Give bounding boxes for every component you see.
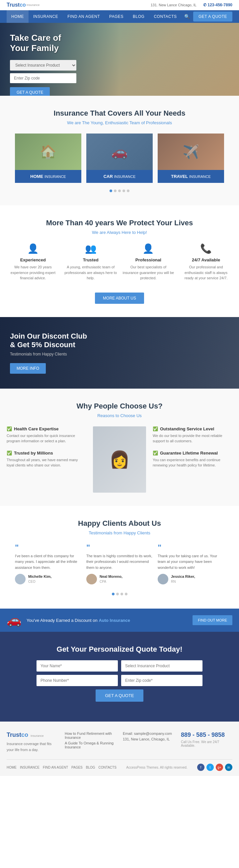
footer-nav-pages[interactable]: PAGES — [71, 766, 83, 769]
phone: ✆ 123-456-7890 — [203, 3, 232, 7]
available-icon: 📞 — [180, 243, 232, 254]
travel-label-strong: TRAVEL — [171, 174, 188, 179]
why-subtitle: Reasons to Choose Us — [7, 413, 232, 418]
avatar-info-2: Jessica Riker, RN — [171, 575, 195, 584]
insurance-section: Insurance That Covers All Your Needs We … — [0, 96, 239, 206]
logo-co: co — [20, 2, 26, 8]
linkedin-icon[interactable]: in — [225, 764, 232, 771]
insurance-card-car[interactable]: 🚗 CAR Insurance — [86, 133, 153, 183]
hero-quote-button[interactable]: GET A QUOTE — [10, 87, 50, 96]
why-trusted-title: ✅ Trusted by Millions — [7, 451, 86, 456]
footer-nav-find-agent[interactable]: FIND AN AGENT — [43, 766, 68, 769]
trusted-desc: A young, enthusiastic team of profession… — [64, 265, 117, 281]
insurance-card-travel[interactable]: ✈️ TRAVEL Insurance — [158, 133, 224, 183]
avatar-info-1: Neal Moreno, CPA — [100, 575, 123, 584]
discount-subtitle: Testimonials from Happy Clients — [10, 352, 229, 356]
footer-nav-blog[interactable]: BLOG — [86, 766, 95, 769]
footer-logo-ins: Insurance — [30, 734, 44, 738]
facebook-icon[interactable]: f — [197, 764, 205, 771]
avatar-1 — [86, 574, 97, 584]
address: 131. New Lance Chicago, IL — [151, 3, 196, 7]
quote-phone-input[interactable] — [36, 675, 118, 686]
quote-product-input[interactable] — [121, 660, 203, 672]
avatar-name-0: Michelle Kim, — [28, 575, 51, 579]
nav-quote-button[interactable]: GET A QUOTE — [193, 11, 232, 22]
hero-title: Take Care ofYour Family — [10, 33, 229, 53]
insurance-subtitle: We are The Young, Enthusiastic Team of P… — [7, 120, 232, 125]
top-bar: Trustco Insurance 131. New Lance Chicago… — [0, 0, 239, 10]
logo-insurance: Insurance — [27, 3, 40, 7]
travel-insurance-label: TRAVEL Insurance — [158, 170, 224, 183]
insurance-card-home[interactable]: 🏠 HOME Insurance — [15, 133, 81, 183]
top-bar-right: 131. New Lance Chicago, IL ✆ 123-456-789… — [151, 3, 232, 7]
tdot-4[interactable] — [125, 593, 128, 595]
footer-email: Email: sample@company.com — [123, 732, 174, 736]
find-out-button[interactable]: FIND OUT MORE — [192, 615, 232, 625]
nav-home[interactable]: HOME — [7, 10, 29, 23]
footer-link-1[interactable]: How to Fund Retirement with Insurance — [65, 732, 116, 740]
tdot-3[interactable] — [121, 593, 123, 595]
trust-trusted: 👥 Trusted A young, enthusiastic team of … — [64, 243, 117, 281]
avatar-0 — [15, 574, 26, 584]
avatar-name-1: Neal Moreno, — [100, 575, 123, 579]
zip-code-input[interactable] — [10, 73, 76, 83]
quote-name-input[interactable] — [36, 660, 118, 672]
email-value: sample@company.com — [134, 732, 172, 736]
car-insurance-image: 🚗 — [86, 133, 153, 170]
why-outstanding-icon: ✅ — [153, 426, 158, 431]
nav-find-agent[interactable]: FIND AN AGENT — [63, 10, 105, 23]
footer-nav-contacts[interactable]: CONTACTS — [99, 766, 116, 769]
more-about-button[interactable]: MORE ABOUT US — [95, 292, 144, 304]
footer-logo: Trustco Insurance — [7, 732, 58, 739]
car-icon: 🚗 — [7, 613, 22, 627]
google-plus-icon[interactable]: g+ — [216, 764, 223, 771]
nav-blog[interactable]: BLOG — [128, 10, 149, 23]
car-label-type: Insurance — [114, 175, 136, 179]
footer-about-col: Trustco Insurance Insurance coverage tha… — [7, 732, 58, 753]
footer-nav-insurance[interactable]: INSURANCE — [20, 766, 39, 769]
car-label-strong: CAR — [104, 174, 113, 179]
why-trusted-desc: Throughout all years, we have earned man… — [7, 457, 86, 468]
nav-pages[interactable]: PAGES — [105, 10, 128, 23]
avatar-role-2: RN — [171, 580, 176, 583]
dot-3[interactable] — [118, 189, 121, 192]
quote-form: GET A QUOTE — [36, 660, 203, 702]
twitter-icon[interactable]: t — [207, 764, 214, 771]
nav-contacts[interactable]: CONTACTS — [149, 10, 181, 23]
footer-desc: Insurance coverage that fits your life f… — [7, 741, 58, 753]
testimonial-avatar-0: Michelle Kim, CEO — [15, 574, 81, 584]
auto-text-link[interactable]: Auto Insurance — [99, 618, 130, 623]
footer-phone-sub: Call Us Free. We are 24/7 Available. — [181, 740, 232, 747]
search-icon[interactable]: 🔍 — [184, 14, 190, 19]
quote-title: Get Your Personalized Quote Today! — [7, 645, 232, 654]
logo-trust: Trust — [7, 2, 20, 8]
quote-submit-button[interactable]: GET A QUOTE — [96, 689, 143, 702]
experienced-desc: We have over 20 years experience providi… — [7, 265, 59, 281]
carousel-dots — [7, 189, 232, 192]
why-guarantee-title: ✅ Guarantee Lifetime Renewal — [153, 451, 232, 456]
nav-insurance[interactable]: INSURANCE — [29, 10, 63, 23]
dot-1[interactable] — [109, 189, 112, 192]
why-section: Why People Choose Us? Reasons to Choose … — [0, 389, 239, 506]
travel-label-type: Insurance — [189, 175, 211, 179]
footer-copyright: AccessPress Themes. All rights reserved. — [126, 766, 187, 769]
insurance-product-select[interactable]: Select Insurance Product — [10, 60, 76, 70]
why-outstanding-title: ✅ Outstanding Service Level — [153, 426, 232, 431]
more-info-button[interactable]: MORE INFO — [10, 363, 46, 374]
footer-nav-home[interactable]: HOME — [7, 766, 17, 769]
experienced-icon: 👤 — [7, 243, 59, 254]
avatar-role-0: CEO — [28, 580, 35, 583]
avatar-name-2: Jessica Riker, — [171, 575, 195, 579]
dot-4[interactable] — [123, 189, 125, 192]
dot-5[interactable] — [127, 189, 130, 192]
tdot-2[interactable] — [116, 593, 119, 595]
available-desc: Our professional and enthusiastic staff … — [180, 265, 232, 281]
trust-subtitle: We are Always Here to Help! — [7, 230, 232, 235]
avatar-info-0: Michelle Kim, CEO — [28, 575, 51, 584]
footer-link-2[interactable]: A Guide To Omega & Running Insurance — [65, 741, 116, 749]
tdot-1[interactable] — [112, 593, 114, 595]
why-trusted-icon: ✅ — [7, 451, 12, 456]
quote-zip-input[interactable] — [121, 675, 203, 686]
dot-2[interactable] — [114, 189, 116, 192]
discount-title: Join Our Discont Club& Get 5% Discount — [10, 332, 229, 349]
